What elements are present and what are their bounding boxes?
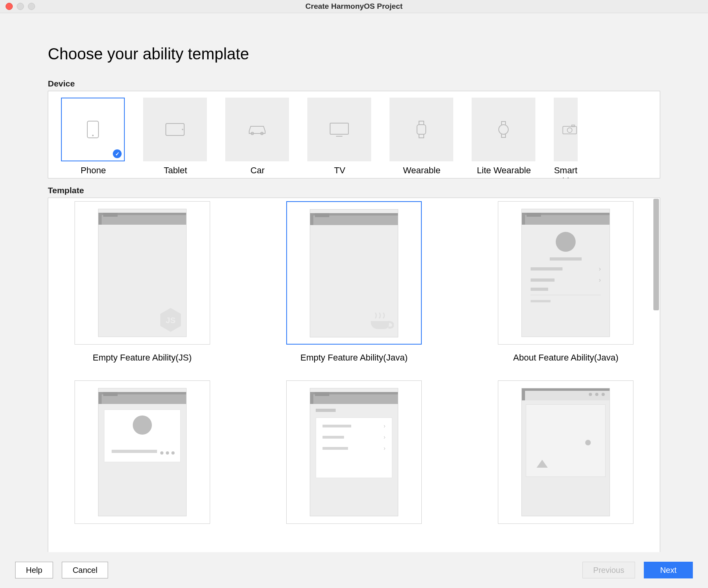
template-preview: › › › <box>310 388 398 516</box>
selected-check-icon <box>113 149 122 158</box>
svg-point-3 <box>182 129 183 130</box>
next-button[interactable]: Next <box>644 562 693 578</box>
device-label: Wearable <box>389 165 454 176</box>
svg-rect-8 <box>417 125 426 134</box>
device-section-label: Device <box>48 79 660 88</box>
device-row: Phone Tablet Car TV <box>48 91 660 178</box>
device-label: Phone <box>61 165 126 176</box>
template-label: Empty Feature Ability(JS) <box>64 353 220 363</box>
template-panel: JS Empty Feature Ability(JS) Empty <box>48 198 660 553</box>
template-label: About Feature Ability(Java) <box>488 353 644 363</box>
camera-icon <box>562 123 577 135</box>
cancel-button[interactable]: Cancel <box>62 562 108 578</box>
device-item-phone[interactable]: Phone <box>61 98 126 176</box>
device-item-car[interactable]: Car <box>225 98 290 176</box>
tv-icon <box>329 122 350 137</box>
template-item-category[interactable]: › › › <box>276 380 432 532</box>
device-label: TV <box>307 165 372 176</box>
template-item-empty-js[interactable]: JS Empty Feature Ability(JS) <box>64 201 220 363</box>
template-preview <box>98 388 187 516</box>
js-icon: JS <box>159 307 182 333</box>
window-title: Create HarmonyOS Project <box>0 2 708 11</box>
device-item-wearable[interactable]: Wearable <box>389 98 454 176</box>
device-label: Lite Wearable <box>472 165 536 176</box>
device-item-lite-wearable[interactable]: Lite Wearable <box>472 98 536 176</box>
template-label: Empty Feature Ability(Java) <box>276 353 432 363</box>
svg-rect-12 <box>572 125 574 127</box>
device-label: Smart V <box>554 165 578 178</box>
svg-point-11 <box>567 128 572 133</box>
template-preview <box>310 209 398 337</box>
titlebar: Create HarmonyOS Project <box>0 0 708 13</box>
template-scrollbar[interactable] <box>653 199 659 310</box>
svg-rect-6 <box>330 123 348 134</box>
svg-point-9 <box>499 125 508 134</box>
svg-text:JS: JS <box>165 316 175 325</box>
template-item-fullscreen[interactable] <box>488 380 644 532</box>
car-icon <box>247 123 267 136</box>
template-section-label: Template <box>48 186 660 195</box>
device-item-tablet[interactable]: Tablet <box>143 98 208 176</box>
page-title: Choose your ability template <box>48 45 660 63</box>
device-panel: Phone Tablet Car TV <box>48 91 660 178</box>
template-preview: JS <box>98 209 187 337</box>
tablet-icon <box>165 123 185 136</box>
device-item-smart-vision[interactable]: Smart V <box>554 98 578 178</box>
template-preview: › › <box>521 209 610 337</box>
previous-button[interactable]: Previous <box>582 562 635 578</box>
footer: Help Cancel Previous Next <box>0 552 708 588</box>
template-item-business[interactable] <box>64 380 220 532</box>
watch-icon <box>498 120 509 139</box>
watch-icon <box>415 120 427 139</box>
help-button[interactable]: Help <box>15 562 53 578</box>
phone-icon <box>87 120 99 139</box>
device-item-tv[interactable]: TV <box>307 98 372 176</box>
template-item-empty-java[interactable]: Empty Feature Ability(Java) <box>276 201 432 363</box>
device-label: Car <box>225 165 290 176</box>
svg-rect-2 <box>166 123 184 135</box>
template-preview <box>521 388 610 516</box>
device-label: Tablet <box>143 165 208 176</box>
template-item-about-java[interactable]: › › About Feature Ability(Java) <box>488 201 644 363</box>
svg-point-1 <box>92 135 94 136</box>
java-coffee-icon <box>368 311 394 333</box>
